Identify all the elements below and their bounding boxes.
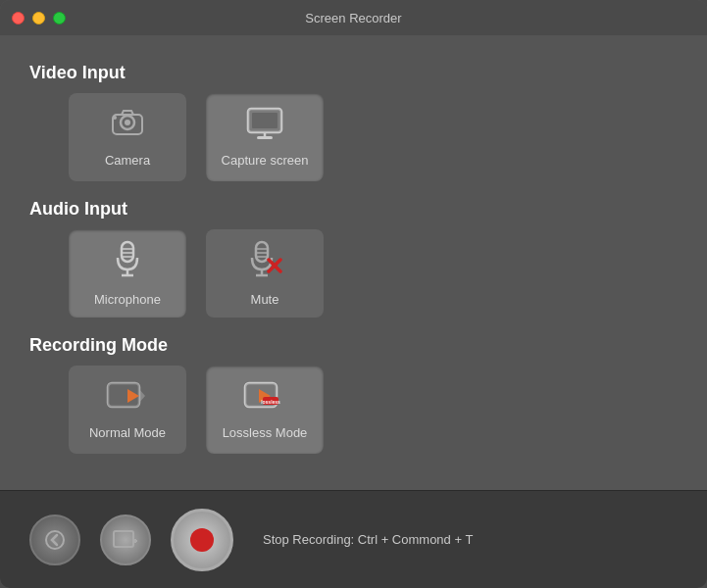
mute-label: Mute (251, 292, 279, 307)
lossless-mode-label: Lossless Mode (223, 425, 308, 440)
svg-rect-8 (252, 113, 278, 128)
audio-input-options: Microphone (29, 229, 678, 318)
recording-mode-label: Recording Mode (29, 335, 678, 356)
microphone-button[interactable]: Microphone (69, 229, 186, 318)
svg-text:lossless: lossless (261, 399, 280, 405)
recording-mode-section: Recording Mode Normal Mode (29, 327, 678, 459)
shortcut-text: Stop Recording: Ctrl + Commond + T (263, 532, 473, 547)
audio-input-section: Audio Input (29, 191, 678, 322)
camera-label: Camera (105, 153, 150, 168)
lossless-mode-button[interactable]: lossless Lossless Mode (206, 366, 324, 454)
video-input-section: Video Input Camera (29, 55, 678, 186)
maximize-button[interactable] (53, 12, 66, 24)
main-content: Video Input Camera (0, 35, 707, 490)
titlebar: Screen Recorder (0, 0, 707, 35)
recording-mode-options: Normal Mode lossless Loss (29, 366, 678, 454)
app-window: Screen Recorder Video Input (0, 0, 707, 588)
camera-button[interactable]: Camera (69, 93, 186, 181)
normal-mode-icon (106, 379, 149, 417)
video-input-options: Camera Capture screen (29, 93, 678, 181)
close-button[interactable] (12, 12, 25, 24)
microphone-icon (113, 240, 142, 284)
window-title: Screen Recorder (305, 11, 401, 25)
screenshot-button[interactable] (100, 514, 151, 565)
mute-button[interactable]: Mute (206, 229, 324, 318)
minimize-button[interactable] (32, 12, 45, 24)
lossless-mode-icon: lossless (243, 379, 286, 417)
record-button[interactable] (171, 509, 233, 571)
svg-rect-33 (114, 531, 133, 547)
svg-point-1 (125, 120, 130, 125)
capture-screen-icon (245, 107, 284, 145)
svg-point-3 (113, 116, 117, 120)
back-button[interactable] (29, 514, 80, 565)
capture-screen-label: Capture screen (222, 153, 309, 168)
svg-rect-7 (257, 136, 273, 139)
svg-point-32 (46, 531, 64, 549)
svg-rect-15 (256, 242, 268, 262)
mute-icon (247, 240, 282, 284)
camera-icon (109, 107, 146, 145)
normal-mode-label: Normal Mode (89, 425, 166, 440)
svg-marker-26 (139, 389, 145, 403)
bottom-bar: Stop Recording: Ctrl + Commond + T (0, 490, 707, 588)
audio-input-label: Audio Input (29, 199, 678, 220)
record-indicator (190, 528, 214, 552)
normal-mode-button[interactable]: Normal Mode (69, 366, 186, 454)
window-controls (12, 12, 66, 24)
video-input-label: Video Input (29, 63, 678, 83)
capture-screen-button[interactable]: Capture screen (206, 93, 324, 181)
microphone-label: Microphone (94, 292, 161, 307)
svg-rect-9 (122, 242, 133, 262)
